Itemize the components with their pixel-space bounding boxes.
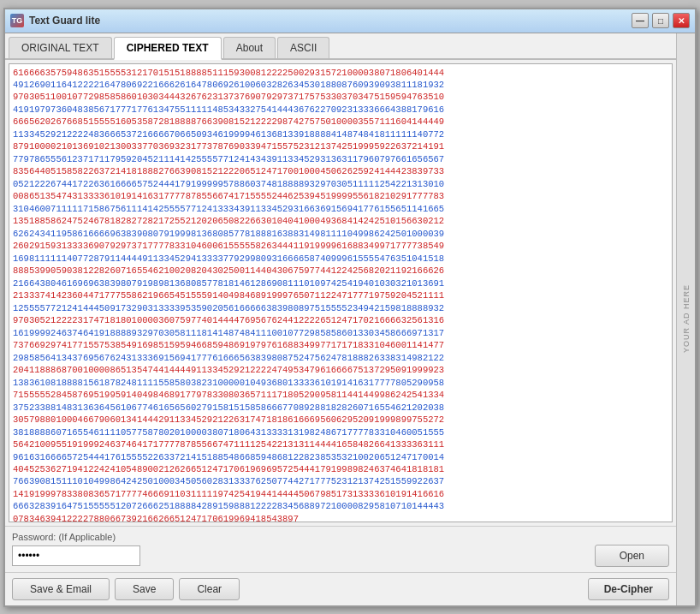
cipher-text-area: 6166663575948635155553121701515188885111… <box>9 63 673 522</box>
tab-original-text[interactable]: ORIGINAL TEXT <box>9 37 112 58</box>
password-row: Open <box>12 545 669 567</box>
main-content: ORIGINAL TEXT CIPHERED TEXT About ASCII … <box>5 33 676 605</box>
title-bar-left: TG Text Guard lite <box>10 14 100 27</box>
ad-text: YOUR AD HERE <box>682 284 691 353</box>
open-button[interactable]: Open <box>595 545 669 567</box>
app-icon: TG <box>10 14 24 27</box>
main-window: TG Text Guard lite — □ ✕ ORIGINAL TEXT C… <box>3 8 697 607</box>
tab-ciphered-text[interactable]: CIPHERED TEXT <box>114 37 222 60</box>
save-button[interactable]: Save <box>115 578 174 600</box>
minimize-button[interactable]: — <box>632 13 649 28</box>
title-buttons: — □ ✕ <box>632 13 690 28</box>
clear-button[interactable]: Clear <box>179 578 240 600</box>
title-bar: TG Text Guard lite — □ ✕ <box>5 9 695 33</box>
save-email-button[interactable]: Save & Email <box>12 578 110 600</box>
password-section: Password: (If Applicable) Open <box>5 526 676 572</box>
password-input[interactable] <box>12 545 140 566</box>
window-body: ORIGINAL TEXT CIPHERED TEXT About ASCII … <box>5 33 695 605</box>
tab-bar: ORIGINAL TEXT CIPHERED TEXT About ASCII <box>5 33 676 60</box>
decipher-button[interactable]: De-Cipher <box>588 578 669 600</box>
tab-about[interactable]: About <box>223 37 276 58</box>
close-button[interactable]: ✕ <box>673 13 690 28</box>
bottom-buttons: Save & Email Save Clear De-Cipher <box>5 572 676 605</box>
ad-sidebar: YOUR AD HERE <box>676 33 695 605</box>
password-label: Password: (If Applicable) <box>12 532 669 542</box>
window-title: Text Guard lite <box>29 15 100 27</box>
cipher-text-display[interactable]: 6166663575948635155553121701515188885111… <box>9 64 672 522</box>
tab-ascii[interactable]: ASCII <box>277 37 329 58</box>
maximize-button[interactable]: □ <box>652 13 669 28</box>
